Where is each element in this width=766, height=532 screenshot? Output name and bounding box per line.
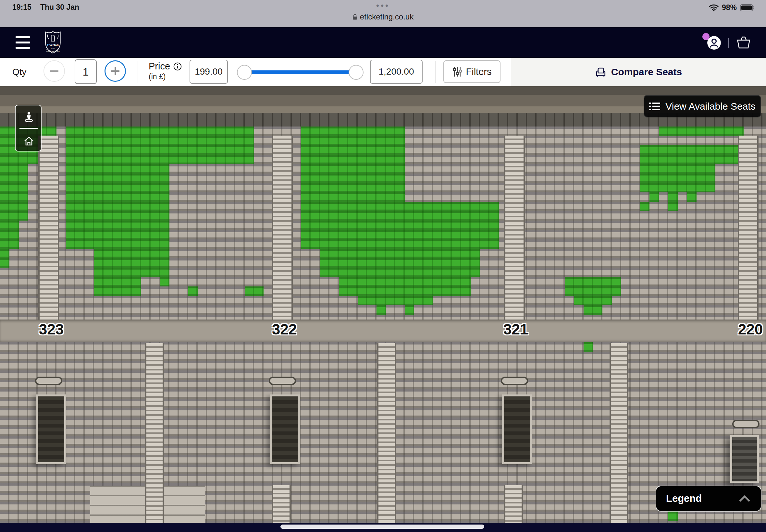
available-seat-block[interactable] [188,286,198,296]
header-divider [728,38,729,48]
available-seat-block[interactable] [0,249,9,268]
control-divider [19,128,38,129]
list-icon [649,102,660,111]
compare-seats-button[interactable]: Compare Seats [511,58,766,86]
available-seat-block[interactable] [668,192,678,202]
available-seat-block[interactable] [94,277,141,296]
legend-label: Legend [666,493,702,504]
available-seat-block[interactable] [358,296,433,305]
qty-input[interactable] [75,59,97,84]
aisle-stairs [738,136,759,320]
view-available-seats-button[interactable]: View Available Seats [644,95,761,117]
address-bar[interactable]: eticketing.co.uk [0,12,766,21]
available-seat-block[interactable] [659,127,744,136]
vomitory-entrance [36,394,66,464]
railing [35,377,62,385]
section-label: 322 [272,320,297,338]
aisle-stairs [504,485,523,523]
max-price-input[interactable] [370,60,423,84]
street-view-button[interactable] [16,111,42,124]
filter-toolbar: Qty Price (in £) [0,58,766,86]
battery-icon [740,4,755,11]
available-seat-block[interactable] [245,286,263,296]
seat-map[interactable]: 323322321220 [0,86,766,523]
account-button[interactable] [707,36,721,50]
slider-handle-min[interactable] [237,65,252,80]
notification-dot [702,33,710,40]
map-view-controls [15,105,42,151]
menu-button[interactable] [16,36,30,49]
toolbar-divider [138,61,138,83]
available-seat-block[interactable] [668,202,678,211]
compare-seats-label: Compare Seats [611,67,682,78]
battery-percent: 98% [722,3,737,12]
available-seat-block[interactable] [0,164,28,221]
available-seat-block[interactable] [565,277,621,296]
qty-increase-button[interactable] [104,60,126,82]
available-seat-block[interactable] [584,342,593,352]
price-range-slider [239,58,359,86]
status-indicators: 98% [709,3,755,12]
available-seat-block[interactable] [668,512,678,521]
available-seat-block[interactable] [66,127,254,136]
filters-icon [453,66,462,77]
min-price-input[interactable] [189,60,228,84]
available-seat-block[interactable] [687,192,697,202]
bottom-bar [0,523,766,532]
view-available-seats-label: View Available Seats [665,101,755,112]
info-icon[interactable] [173,62,182,71]
available-seat-block[interactable] [640,145,744,164]
crest-year: 1878 [51,47,55,49]
aisle-stairs [504,136,525,320]
toolbar-divider [435,61,436,83]
price-label-group: Price (in £) [149,61,182,81]
available-seat-block[interactable] [66,164,169,249]
available-seat-block[interactable] [301,127,405,136]
available-seat-block[interactable] [160,277,169,286]
crest-club-name: Everton [47,43,59,47]
available-seat-block[interactable] [640,202,650,211]
railing [269,377,296,385]
slider-track [245,70,355,74]
address-url: eticketing.co.uk [360,12,414,21]
everton-crest-logo[interactable]: Everton 1878 NIL SATIS NISI OPTIMUM [42,30,64,56]
section-label: 321 [504,320,529,338]
legend-panel[interactable]: Legend [656,486,761,512]
filters-button[interactable]: Filters [444,60,501,83]
tab-overview-dots[interactable]: ••• [0,1,766,11]
available-seat-block[interactable] [94,249,169,277]
available-seat-block[interactable] [320,249,480,277]
available-seat-block[interactable] [650,192,659,202]
slider-handle-max[interactable] [348,65,363,80]
available-seat-block[interactable] [339,277,471,296]
stairwell-ramp [730,435,759,483]
qty-label: Qty [12,67,27,77]
available-seat-block[interactable] [574,296,612,305]
aisle-stairs [610,343,628,523]
reset-view-button[interactable] [16,135,42,147]
available-seat-block[interactable] [0,221,19,249]
page: 19:15 Thu 30 Jan ••• eticketing.co.uk 98… [0,0,766,532]
railing [732,420,760,428]
qty-decrease-button[interactable] [43,60,65,82]
aisle-stairs [145,343,164,523]
status-bar: 19:15 Thu 30 Jan ••• eticketing.co.uk 98… [0,0,766,27]
available-seat-block[interactable] [301,202,499,249]
basket-button[interactable] [736,36,751,51]
available-seat-block[interactable] [66,136,254,164]
walkway [0,320,766,342]
vomitory-entrance [270,394,300,464]
filters-label: Filters [466,67,492,77]
available-seat-block[interactable] [584,305,602,315]
available-seat-block[interactable] [376,305,386,315]
price-label: Price [149,61,170,72]
railing [501,377,528,385]
aisle-stairs [272,136,293,320]
available-seat-block[interactable] [640,164,715,192]
home-indicator [280,525,484,529]
lock-icon [352,14,357,20]
section-label: 323 [39,320,64,338]
available-seat-block[interactable] [405,305,414,315]
available-seat-block[interactable] [301,136,405,202]
chevron-up-icon[interactable] [738,495,751,502]
